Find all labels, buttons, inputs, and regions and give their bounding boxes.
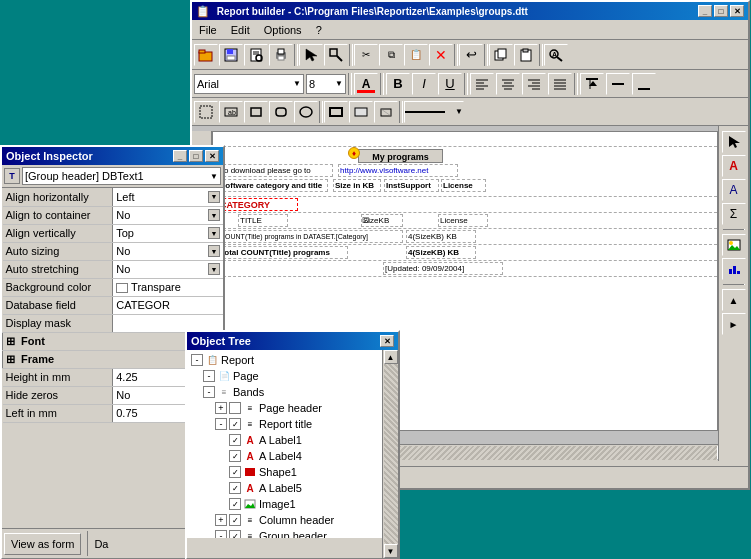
preview-button[interactable] bbox=[244, 44, 268, 66]
valign-top-button[interactable] bbox=[580, 73, 604, 95]
align-center-button[interactable] bbox=[496, 73, 520, 95]
underline-button[interactable]: U bbox=[438, 73, 462, 95]
license-field[interactable]: License bbox=[438, 214, 488, 227]
dbtext-tool[interactable]: A bbox=[722, 179, 746, 201]
font-size-selector[interactable]: 8 ▼ bbox=[306, 74, 346, 94]
menu-edit[interactable]: Edit bbox=[228, 23, 253, 37]
tree-expand-col-header[interactable]: + bbox=[215, 514, 227, 526]
tree-scroll-down[interactable]: ▼ bbox=[384, 544, 398, 558]
sigma-tool[interactable]: Σ bbox=[722, 203, 746, 225]
font-color-button[interactable]: A bbox=[354, 73, 378, 95]
copy2-button[interactable] bbox=[489, 44, 513, 66]
find-button[interactable]: A bbox=[544, 44, 568, 66]
maximize-button[interactable]: □ bbox=[189, 150, 203, 162]
count-label[interactable]: COUNT(Title) programs in DATASET.[Catego… bbox=[218, 230, 403, 243]
border-style-1[interactable] bbox=[324, 101, 348, 123]
undo-button[interactable]: ↩ bbox=[459, 44, 483, 66]
dropdown-arrow[interactable]: ▼ bbox=[208, 209, 220, 221]
tree-expand-page[interactable]: - bbox=[203, 370, 215, 382]
prop-value-align-h[interactable]: Left ▼ bbox=[113, 188, 223, 206]
prop-value-bg-color[interactable]: Transpare bbox=[113, 278, 223, 296]
open-button[interactable] bbox=[194, 44, 218, 66]
paste-button[interactable]: 📋 bbox=[404, 44, 428, 66]
tree-check-label4[interactable]: ✓ bbox=[229, 450, 241, 462]
tree-check-label5[interactable]: ✓ bbox=[229, 482, 241, 494]
url-label[interactable]: http://www.vlsoftware.net bbox=[338, 164, 458, 177]
prop-value-db-field[interactable]: CATEGOR bbox=[113, 296, 223, 314]
tree-check-label1[interactable]: ✓ bbox=[229, 434, 241, 446]
tree-expand-group-header[interactable]: - bbox=[215, 530, 227, 538]
font-selector[interactable]: Arial ▼ bbox=[194, 74, 304, 94]
view-as-form-button[interactable]: View as form bbox=[4, 533, 81, 555]
my-programs-label[interactable]: My programs bbox=[358, 149, 443, 163]
select-tool[interactable] bbox=[722, 131, 746, 153]
align-justify-button[interactable] bbox=[548, 73, 572, 95]
object-dropdown[interactable]: [Group header] DBText1 ▼ bbox=[22, 167, 221, 185]
tree-item-report-title[interactable]: - ✓ ≡ Report title bbox=[189, 416, 380, 432]
tree-item-report[interactable]: - 📋 Report bbox=[189, 352, 380, 368]
chart-tool[interactable] bbox=[722, 258, 746, 280]
tree-expand-bands[interactable]: - bbox=[203, 386, 215, 398]
select-button[interactable] bbox=[299, 44, 323, 66]
license-label[interactable]: License bbox=[441, 179, 486, 192]
text-tool[interactable]: A bbox=[722, 155, 746, 177]
dropdown-arrow[interactable]: ▼ bbox=[208, 245, 220, 257]
shape-select[interactable] bbox=[194, 101, 218, 123]
dropdown-arrow[interactable]: ▼ bbox=[208, 263, 220, 275]
rb-minimize-button[interactable]: _ bbox=[698, 5, 712, 17]
menu-options[interactable]: Options bbox=[261, 23, 305, 37]
shape-ellipse[interactable] bbox=[294, 101, 318, 123]
move-up-tool[interactable]: ▲ bbox=[722, 289, 746, 311]
bold-button[interactable]: B bbox=[386, 73, 410, 95]
tree-check-group-header[interactable]: ✓ bbox=[229, 530, 241, 538]
tree-check-shape1[interactable]: ✓ bbox=[229, 466, 241, 478]
menu-file[interactable]: File bbox=[196, 23, 220, 37]
tree-check-image1[interactable]: ✓ bbox=[229, 498, 241, 510]
border-style-3[interactable] bbox=[374, 101, 398, 123]
valign-bottom-button[interactable] bbox=[632, 73, 656, 95]
tree-expand-page-header[interactable]: + bbox=[215, 402, 227, 414]
tree-item-bands[interactable]: - ≡ Bands bbox=[189, 384, 380, 400]
minimize-button[interactable]: _ bbox=[173, 150, 187, 162]
total-sizekb[interactable]: 4(SizeKB) KB bbox=[406, 246, 476, 259]
paste2-button[interactable] bbox=[514, 44, 538, 66]
dropdown-arrow[interactable]: ▼ bbox=[208, 227, 220, 239]
zoom-button[interactable] bbox=[324, 44, 348, 66]
download-label[interactable]: To download please go to bbox=[218, 164, 333, 177]
tree-check-report-title[interactable]: ✓ bbox=[229, 418, 241, 430]
valign-middle-button[interactable] bbox=[606, 73, 630, 95]
expand-tool[interactable]: ► bbox=[722, 313, 746, 335]
title-field[interactable]: TITLE bbox=[238, 214, 288, 227]
menu-help[interactable]: ? bbox=[313, 23, 325, 37]
size-kb-label[interactable]: Size in KB bbox=[333, 179, 381, 192]
prop-value-auto-stretch[interactable]: No ▼ bbox=[113, 260, 223, 278]
shape-rounded-rect[interactable] bbox=[269, 101, 293, 123]
total-count-label[interactable]: Total COUNT(Title) programs bbox=[218, 246, 348, 259]
prop-value-align-v[interactable]: Top ▼ bbox=[113, 224, 223, 242]
tree-item-label1[interactable]: ✓ A A Label1 bbox=[189, 432, 380, 448]
copy-button[interactable]: ⧉ bbox=[379, 44, 403, 66]
tree-item-image1[interactable]: ✓ Image1 bbox=[189, 496, 380, 512]
rb-maximize-button[interactable]: □ bbox=[714, 5, 728, 17]
ot-close-button[interactable]: ✕ bbox=[380, 335, 394, 347]
tree-check-page-header[interactable] bbox=[229, 402, 241, 414]
inst-support-label[interactable]: InstSupport bbox=[384, 179, 439, 192]
line-style-selector[interactable]: ▼ bbox=[404, 101, 464, 123]
updated-label[interactable]: [Updated: 09/09/2004] bbox=[383, 262, 503, 275]
italic-button[interactable]: I bbox=[412, 73, 436, 95]
tree-item-label5[interactable]: ✓ A A Label5 bbox=[189, 480, 380, 496]
shape-rect[interactable] bbox=[244, 101, 268, 123]
close-button[interactable]: ✕ bbox=[205, 150, 219, 162]
shape-text[interactable]: ab bbox=[219, 101, 243, 123]
prop-value-align-container[interactable]: No ▼ bbox=[113, 206, 223, 224]
tree-item-page[interactable]: - 📄 Page bbox=[189, 368, 380, 384]
tree-item-group-header[interactable]: - ✓ ≡ Group header bbox=[189, 528, 380, 538]
tree-item-page-header[interactable]: + ≡ Page header bbox=[189, 400, 380, 416]
align-right-button[interactable] bbox=[522, 73, 546, 95]
prop-value-auto-sizing[interactable]: No ▼ bbox=[113, 242, 223, 260]
tree-scroll-up[interactable]: ▲ bbox=[384, 350, 398, 364]
align-left-button[interactable] bbox=[470, 73, 494, 95]
cut-button[interactable]: ✂ bbox=[354, 44, 378, 66]
print-button[interactable] bbox=[269, 44, 293, 66]
tree-expand-report[interactable]: - bbox=[191, 354, 203, 366]
